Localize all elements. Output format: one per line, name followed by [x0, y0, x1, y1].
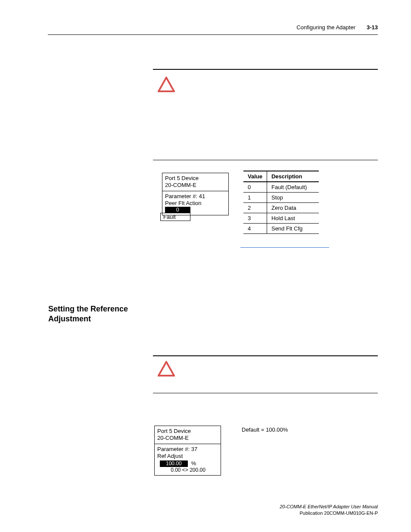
svg-marker-1 [159, 362, 174, 376]
section-heading-ref-adjust: Setting the Reference Adjustment [48, 304, 139, 324]
table-row: 0 Fault (Default) [243, 182, 319, 193]
page-footer: 20-COMM-E EtherNet/IP Adapter User Manua… [280, 504, 378, 516]
table-cell-desc: Fault (Default) [267, 182, 319, 193]
him-screen-peer-flt: Port 5 Device 20-COMM-E Parameter #: 41 … [162, 173, 229, 215]
table-cell-value: 1 [243, 193, 267, 203]
default-value-text: Default = 100.00% [242, 426, 288, 433]
attention-bottom-rule-1 [153, 160, 378, 160]
table-cell-desc: Stop [267, 193, 319, 203]
him2-value: 100.00 [160, 460, 188, 467]
table-header-description: Description [267, 171, 319, 182]
attention-bottom-rule-2 [153, 393, 378, 393]
footer-publication: Publication 20COMM-UM010G-EN-P [280, 510, 378, 516]
him2-port-line: Port 5 Device [157, 428, 219, 435]
him1-port-line: Port 5 Device [165, 175, 227, 182]
header-page-number: 3-13 [367, 24, 378, 31]
table-cell-desc: Send Flt Cfg [267, 224, 319, 234]
him1-status-label: Fault [160, 213, 190, 221]
him2-range: 0.00 <> 200.00 [157, 467, 219, 473]
table-cell-value: 0 [243, 182, 267, 193]
table-row: 3 Hold Last [243, 213, 319, 224]
him1-model-line: 20-COMM-E [165, 182, 227, 189]
him1-param-line: Parameter #: 41 [165, 193, 227, 200]
attention-top-rule-2 [153, 355, 378, 356]
table-header-value: Value [243, 171, 267, 182]
table-cell-value: 3 [243, 213, 267, 224]
table-cell-value: 4 [243, 224, 267, 234]
table-cell-desc: Hold Last [267, 213, 319, 224]
him1-value: 0 [165, 207, 190, 213]
footer-manual-title: 20-COMM-E EtherNet/IP Adapter User Manua… [280, 504, 378, 510]
attention-icon [158, 361, 175, 378]
table-row: 4 Send Flt Cfg [243, 224, 319, 234]
him1-name-line: Peer Flt Action [165, 200, 227, 207]
him-screen-ref-adjust: Port 5 Device 20-COMM-E Parameter #: 37 … [154, 426, 221, 476]
him2-unit: % [191, 460, 196, 467]
attention-top-rule-1 [153, 69, 378, 70]
him2-param-line: Parameter #: 37 [157, 446, 219, 453]
him2-name-line: Ref Adjust [157, 453, 219, 460]
him2-model-line: 20-COMM-E [157, 435, 219, 442]
header-rule [48, 34, 378, 35]
blue-rule [240, 247, 329, 248]
svg-marker-0 [159, 78, 174, 91]
table-row: 2 Zero Data [243, 203, 319, 213]
table-row: 1 Stop [243, 193, 319, 203]
attention-icon [158, 77, 175, 92]
table-cell-desc: Zero Data [267, 203, 319, 213]
peer-flt-value-table: Value Description 0 Fault (Default) 1 St… [243, 171, 319, 234]
table-cell-value: 2 [243, 203, 267, 213]
header-section-title: Configuring the Adapter [296, 24, 355, 31]
